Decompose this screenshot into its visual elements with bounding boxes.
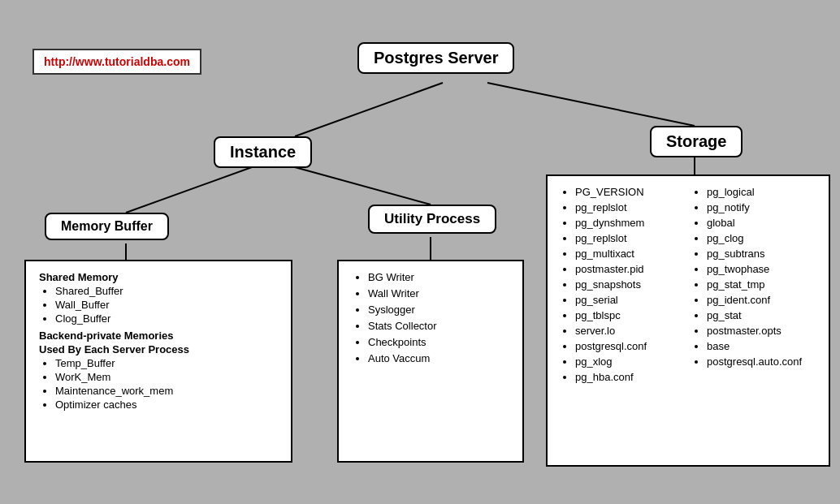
node-postgres: Postgres Server [357, 42, 514, 74]
list-item: Optimizer caches [55, 398, 278, 411]
list-item: Shared_Buffer [55, 285, 278, 297]
list-item: pg_dynshmem [575, 217, 684, 229]
node-utility-process: Utility Process [368, 205, 496, 234]
list-item: BG Writer [368, 271, 509, 283]
list-item: postgresql.conf [575, 340, 684, 352]
list-item: pg_subtrans [707, 248, 816, 260]
utility-list: BG Writer Wall Writer Syslogger Stats Co… [368, 271, 509, 364]
shared-memory-title: Shared Memory [39, 271, 278, 283]
list-item: global [707, 217, 816, 229]
list-item: Wall Writer [368, 287, 509, 299]
list-item: pg_stat [707, 309, 816, 321]
svg-line-1 [487, 83, 695, 126]
list-item: pg_xlog [575, 355, 684, 368]
list-item: postmaster.pid [575, 263, 684, 275]
node-instance: Instance [214, 136, 312, 168]
storage-list-1: PG_VERSION pg_replslot pg_dynshmem pg_re… [575, 186, 684, 383]
storage-col2: pg_logical pg_notify global pg_clog pg_s… [692, 186, 816, 455]
svg-line-3 [295, 167, 431, 205]
list-item: pg_stat_tmp [707, 278, 816, 291]
list-item: pg_replslot [575, 232, 684, 244]
list-item: Syslogger [368, 304, 509, 316]
list-item: pg_multixact [575, 248, 684, 260]
node-storage: Storage [650, 126, 743, 157]
list-item: pg_logical [707, 186, 816, 198]
list-item: pg_twophase [707, 263, 816, 275]
used-by-list: Temp_Buffer WorK_Mem Maintenance_work_me… [55, 357, 278, 411]
list-item: server.lo [575, 325, 684, 337]
list-item: Checkpoints [368, 336, 509, 348]
list-item: WorK_Mem [55, 371, 278, 383]
storage-box: PG_VERSION pg_replslot pg_dynshmem pg_re… [546, 174, 830, 467]
list-item: pg_ident.conf [707, 294, 816, 306]
url-badge: http://www.tutorialdba.com [32, 49, 201, 75]
list-item: pg_tblspc [575, 309, 684, 321]
list-item: PG_VERSION [575, 186, 684, 198]
svg-line-0 [295, 83, 443, 136]
list-item: pg_serial [575, 294, 684, 306]
list-item: Stats Collector [368, 320, 509, 332]
list-item: postgresql.auto.conf [707, 355, 816, 368]
list-item: pg_notify [707, 201, 816, 213]
list-item: pg_hba.conf [575, 371, 684, 383]
backend-title: Backend-private Memories [39, 330, 278, 342]
utility-process-box: BG Writer Wall Writer Syslogger Stats Co… [337, 260, 524, 463]
shared-memory-list: Shared_Buffer Wall_Buffer Clog_Buffer [55, 285, 278, 325]
list-item: pg_clog [707, 232, 816, 244]
svg-line-2 [126, 167, 252, 213]
list-item: base [707, 340, 816, 352]
list-item: postmaster.opts [707, 325, 816, 337]
list-item: Temp_Buffer [55, 357, 278, 369]
node-memory-buffer: Memory Buffer [45, 213, 169, 240]
memory-buffer-box: Shared Memory Shared_Buffer Wall_Buffer … [24, 260, 292, 463]
storage-col1: PG_VERSION pg_replslot pg_dynshmem pg_re… [561, 186, 684, 455]
storage-list-2: pg_logical pg_notify global pg_clog pg_s… [707, 186, 816, 368]
list-item: Wall_Buffer [55, 299, 278, 311]
list-item: Maintenance_work_mem [55, 385, 278, 397]
list-item: pg_snapshots [575, 278, 684, 291]
used-by-title: Used By Each Server Process [39, 343, 278, 355]
list-item: Clog_Buffer [55, 312, 278, 325]
list-item: Auto Vaccum [368, 352, 509, 364]
list-item: pg_replslot [575, 201, 684, 213]
